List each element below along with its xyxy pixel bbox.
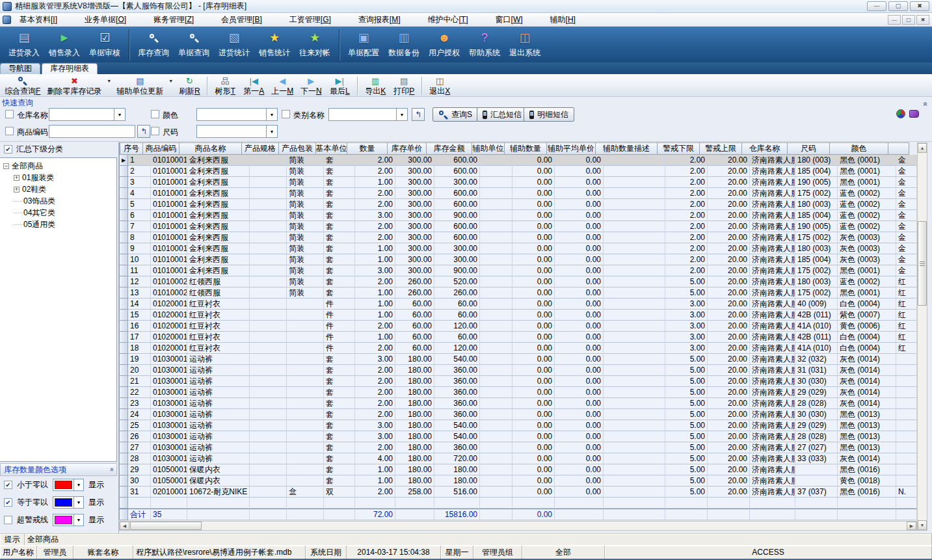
row-selector[interactable] [119,387,128,398]
column-header-package[interactable]: 产品包装 [279,142,316,155]
table-row[interactable]: 2501030001运动裤套3.00180.00540.000.000.005.… [119,420,917,431]
table-row[interactable]: 1601020001红豆衬衣件2.0060.00120.000.000.003.… [119,321,917,332]
tab-inventory-detail[interactable]: 库存明细表 [42,63,98,74]
row-selector[interactable] [119,332,128,343]
stock-color-options-header[interactable]: 库存数量颜色选项 » [0,463,117,476]
detail-sms-button[interactable]: 明细短信 [524,107,574,122]
table-row[interactable] [119,498,917,509]
tree-item[interactable]: −全部商品 [0,160,116,172]
column-header-seq[interactable]: 序号 [120,142,143,155]
warehouse-filter-checkbox[interactable] [5,110,14,118]
category-filter-checkbox[interactable] [282,110,290,118]
product-code-picker-button[interactable]: ↰ [137,125,150,138]
chart-icon[interactable] [896,109,905,118]
table-row[interactable]: 801010001金利来西服简装套2.00300.00600.000.000.0… [119,232,917,243]
collapse-panel-icon[interactable]: » [921,102,930,107]
dropdown-arrow-icon[interactable]: ▼ [105,79,113,83]
table-row[interactable]: 3001050001保暖内衣套1.00180.00180.000.000.005… [119,475,917,487]
row-selector[interactable] [119,210,128,221]
row-selector[interactable] [119,299,128,310]
color-option-checkbox[interactable] [4,516,12,524]
chevron-down-icon[interactable]: ▼ [396,109,407,120]
column-header-quantity[interactable]: 数量 [347,142,388,155]
export-button[interactable]: ▥导出K [361,75,390,96]
expand-icon[interactable]: + [14,187,20,193]
chevron-down-icon[interactable]: ▼ [73,479,83,490]
row-selector[interactable] [119,509,128,520]
table-row[interactable]: 201010001金利来西服简装套2.00300.00600.000.000.0… [119,166,917,177]
color-select[interactable]: ▼ [196,108,278,121]
column-header-spec[interactable]: 产品规格 [242,142,279,155]
first-record-button[interactable]: |◀第一A [239,75,268,96]
row-selector[interactable] [119,166,128,177]
table-row[interactable]: 2801030001运动裤套4.00180.00720.000.000.005.… [119,453,917,464]
table-row[interactable]: 2101030001运动裤套2.00180.00360.000.000.005.… [119,376,917,387]
table-row[interactable]: 601010001金利来西服简装套3.00300.00900.000.000.0… [119,210,917,221]
column-header-aux-avg-price[interactable]: 辅助平均单价 [547,142,596,155]
row-selector[interactable]: ▶ [119,155,128,166]
table-row[interactable]: 1701020001红豆衬衣件1.0060.0060.000.000.003.0… [119,332,917,343]
warehouse-select[interactable]: ▼ [49,108,126,121]
reconciliation-button[interactable]: ★往来对帐 [296,29,334,60]
color-swatch-select[interactable]: ▼ [53,479,84,491]
collapse-section-icon[interactable]: » [107,468,115,472]
row-selector[interactable] [119,221,128,232]
column-header-warehouse[interactable]: 仓库名称 [742,142,788,155]
row-selector[interactable] [119,243,128,254]
scroll-left-icon[interactable]: ◀ [120,522,129,530]
row-selector[interactable] [119,442,128,453]
color-swatch-select[interactable]: ▼ [53,514,84,526]
table-row[interactable]: 1001010001金利来西服简装套1.00300.00300.000.000.… [119,254,917,265]
chevron-down-icon[interactable]: ▼ [114,109,125,120]
table-row[interactable]: 1801020001红豆衬衣件2.0060.00120.000.000.003.… [119,343,917,354]
row-selector[interactable] [119,376,128,387]
row-selector[interactable] [119,265,128,276]
color-swatch-select[interactable]: ▼ [53,496,84,509]
column-header-color[interactable]: 颜色 [830,142,888,155]
help-system-button[interactable]: ?帮助系统 [466,29,503,60]
row-selector[interactable] [119,254,128,265]
purchase-entry-button[interactable]: ▤进货录入 [5,29,43,60]
row-selector[interactable] [119,321,128,332]
tab-navigation[interactable]: 导航图 [0,63,40,74]
row-selector[interactable] [119,365,128,376]
table-row[interactable]: 2401030001运动裤套2.00180.00360.000.000.005.… [119,409,917,420]
table-row[interactable]: 901010001金利来西服简装套1.00300.00300.000.000.0… [119,243,917,254]
table-row[interactable]: 1401020001红豆衬衣件1.0060.0060.000.000.003.0… [119,299,917,310]
chevron-down-icon[interactable]: ▼ [266,109,277,120]
category-select[interactable]: ▼ [328,108,408,121]
color-option-checkbox[interactable]: ✔ [4,481,12,489]
tree-item[interactable]: 05通用类 [0,219,116,230]
refresh-button[interactable]: ↻刷新R [175,75,204,96]
purchase-stats-button[interactable]: ▧进货统计 [215,29,253,60]
mdi-close-button[interactable]: ✖ [916,15,929,25]
menu-item[interactable]: 窗口[W] [490,13,528,27]
table-row[interactable]: ▶101010001金利来西服简装套2.00300.00600.000.000.… [119,155,917,166]
size-select[interactable]: ▼ [196,125,278,138]
column-header-base-unit[interactable]: 基本单位 [316,142,347,155]
table-row[interactable]: 合计3572.0015816.000.00 [119,509,917,520]
exit-button[interactable]: ◫退出X [425,75,454,96]
row-selector[interactable] [119,498,128,509]
delete-zero-stock-button[interactable]: ✖删除零库存记录 [44,75,105,96]
menu-item[interactable]: 维护中心[T] [423,13,473,27]
inventory-query-button[interactable]: 库存查询 [135,29,172,60]
color-option-checkbox[interactable]: ✔ [4,498,12,507]
tree-item[interactable]: 03饰品类 [0,195,116,207]
document-audit-button[interactable]: ☑单据审核 [86,29,124,60]
menu-item[interactable]: 基本资料[I] [14,13,62,27]
expand-icon[interactable]: + [14,175,20,181]
row-selector[interactable] [119,398,128,409]
row-selector[interactable] [119,199,128,210]
table-row[interactable]: 2901050001保暖内衣套1.00180.00180.000.000.005… [119,464,917,475]
row-selector[interactable] [119,464,128,475]
summary-sms-button[interactable]: 汇总短信 [477,107,527,122]
scroll-up-icon[interactable]: ▲ [918,143,927,153]
exit-system-button[interactable]: ◫退出系统 [506,29,544,60]
last-record-button[interactable]: ▶|最后L [325,75,354,96]
column-header-stock-price[interactable]: 库存单价 [388,142,427,155]
row-selector[interactable] [119,343,128,354]
table-row[interactable]: 310201000110672-耐克NIKE盒双2.00258.00516.00… [119,487,917,498]
chevron-down-icon[interactable]: ▼ [73,497,83,508]
tree-item[interactable]: +02鞋类 [0,183,116,195]
